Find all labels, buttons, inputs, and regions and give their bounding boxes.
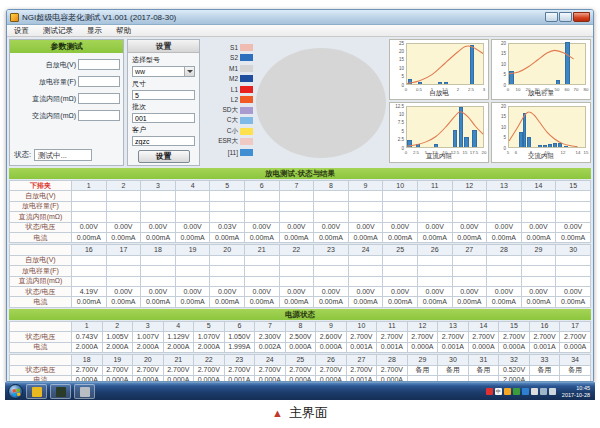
legend-label: M2 <box>229 75 238 82</box>
cell: 0.000A <box>468 342 499 352</box>
param-field-input[interactable] <box>78 110 120 121</box>
table-row: 状态/电压0.743V1.005V1.007V1.129V1.070V1.050… <box>10 332 591 342</box>
cell: 0.000A <box>407 342 438 352</box>
cell <box>141 191 176 201</box>
discharge-section-header: 放电测试·状态与结果 <box>9 168 591 179</box>
cell: 0.001A <box>346 375 377 382</box>
cell: 0.00mA <box>487 233 522 243</box>
chevron-down-icon[interactable] <box>184 67 194 76</box>
param-field-input[interactable] <box>78 93 120 104</box>
network-tray-icon[interactable] <box>540 388 547 395</box>
cell: 0.00V <box>279 287 314 297</box>
param-field-label: 放电容量(F) <box>39 77 76 87</box>
cell <box>521 212 556 222</box>
cell: 0.00mA <box>383 233 418 243</box>
param-field-input[interactable] <box>78 76 120 87</box>
figure-caption: ▲主界面 <box>0 404 600 422</box>
cell <box>106 212 141 222</box>
batch-input[interactable] <box>132 113 195 123</box>
menu-item-显示[interactable]: 显示 <box>80 26 109 36</box>
cell <box>560 375 591 382</box>
size-input[interactable] <box>132 90 195 100</box>
menu-item-帮助[interactable]: 帮助 <box>109 26 138 36</box>
fit-curve <box>509 107 585 147</box>
windows-start-button[interactable] <box>8 384 23 399</box>
legend-label: L2 <box>231 96 238 103</box>
ime-tray-icon[interactable]: 中 <box>495 388 502 395</box>
menu-item-设置[interactable]: 设置 <box>7 26 36 36</box>
model-select-value: ww <box>133 67 184 76</box>
mail-tray-icon[interactable] <box>531 388 538 395</box>
col-header: 7 <box>255 321 286 331</box>
taskbar-clock[interactable]: 10:45 2017-10-28 <box>558 385 592 398</box>
y-tick-label: 10 <box>394 112 405 117</box>
save-folder-icon[interactable] <box>26 384 47 399</box>
legend-swatch <box>240 96 253 103</box>
paint-app-icon[interactable] <box>74 384 95 399</box>
row-label: 状态/电压 <box>10 222 72 232</box>
cell <box>72 255 107 265</box>
col-header: 25 <box>285 355 316 365</box>
cell <box>487 191 522 201</box>
cell <box>556 255 591 265</box>
cell: 0.00V <box>244 222 279 232</box>
cell: 备用 <box>438 365 469 375</box>
cell: 0.002A <box>255 342 286 352</box>
green-tray-icon[interactable] <box>513 388 520 395</box>
customer-input[interactable] <box>132 136 195 146</box>
maximize-button[interactable] <box>559 12 572 22</box>
media-app-icon[interactable] <box>50 384 71 399</box>
minimize-button[interactable] <box>545 12 558 22</box>
cell <box>72 266 107 276</box>
close-button[interactable] <box>573 12 590 22</box>
col-header: 27 <box>346 355 377 365</box>
y-tick-label: 7.5 <box>394 120 405 125</box>
app-window: NGI超级电容老化测试 V1.001 (2017-08-30) 设置测试记录显示… <box>6 9 594 382</box>
col-header: 33 <box>529 355 560 365</box>
volume-tray-icon[interactable] <box>549 388 556 395</box>
y-tick-label: 20 <box>496 103 507 108</box>
size-label: 尺寸 <box>132 79 199 89</box>
cell: 0.00V <box>314 287 349 297</box>
cell: 0.000A <box>102 375 133 382</box>
blue-tray-icon[interactable] <box>522 388 529 395</box>
windows-flag-icon <box>12 388 20 396</box>
col-header: 15 <box>499 321 530 331</box>
legend-item: C大 <box>203 116 253 127</box>
cell <box>383 266 418 276</box>
cell: 0.00V <box>417 287 452 297</box>
qq-tray-icon[interactable] <box>486 388 493 395</box>
cell <box>106 255 141 265</box>
cell: 备用 <box>407 365 438 375</box>
y-tick-label: 15 <box>496 114 507 119</box>
cell <box>279 255 314 265</box>
cell: 1.005V <box>102 332 133 342</box>
menu-item-测试记录[interactable]: 测试记录 <box>36 26 80 36</box>
main-content: 参数测试 自放电(V)放电容量(F)直流内阻(mΩ)交流内阻(mΩ) 状态: 测… <box>7 37 593 382</box>
cell: 0.000A <box>316 342 347 352</box>
cell: 备用 <box>468 365 499 375</box>
cell: 0.00mA <box>314 297 349 307</box>
legend-swatch <box>240 138 253 145</box>
param-field-input[interactable] <box>78 59 120 70</box>
cell <box>175 255 210 265</box>
cell <box>417 212 452 222</box>
y-tick-label: 10 <box>496 124 507 129</box>
cell <box>521 266 556 276</box>
y-tick-label: 15 <box>496 51 507 56</box>
row-label: 电流 <box>10 233 72 243</box>
legend-swatch <box>240 75 253 82</box>
col-header: 14 <box>468 321 499 331</box>
legend-item: [11] <box>203 147 253 158</box>
cell <box>279 201 314 211</box>
cell: 0.00V <box>487 287 522 297</box>
banana-tray-icon[interactable] <box>504 388 511 395</box>
cell <box>210 255 245 265</box>
cell: 0.00mA <box>106 233 141 243</box>
col-header: 30 <box>438 355 469 365</box>
cell: 0.000A <box>377 375 408 382</box>
cell: 0.00mA <box>72 233 107 243</box>
table-row: 电流0.00mA0.00mA0.00mA0.00mA0.00mA0.00mA0.… <box>10 233 591 243</box>
apply-settings-button[interactable]: 设置 <box>138 150 190 163</box>
model-select[interactable]: ww <box>132 66 195 77</box>
